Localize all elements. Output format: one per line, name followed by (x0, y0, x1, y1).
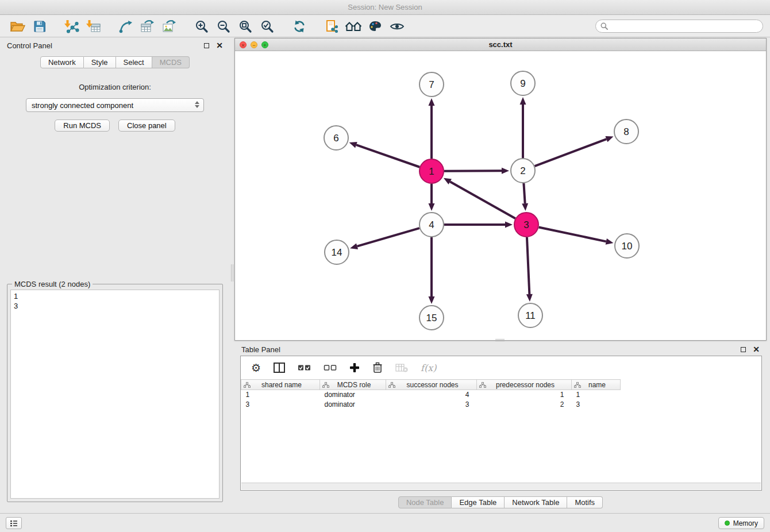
network-window-title: scc.txt (488, 40, 512, 49)
delete-column-trash-icon[interactable] (372, 362, 383, 373)
tab-motifs[interactable]: Motifs (567, 496, 603, 508)
refresh-layout-icon[interactable] (288, 17, 310, 36)
column-hierarchy-icon (322, 382, 329, 388)
graph-node-label: 14 (332, 247, 342, 258)
add-column-plus-icon[interactable] (349, 363, 360, 373)
zoom-fit-icon[interactable] (234, 17, 256, 36)
status-bar: Memory (0, 513, 770, 532)
close-panel-button[interactable]: Close panel (118, 119, 175, 132)
table-row[interactable]: 3dominator323 (241, 400, 621, 410)
maximize-window-icon[interactable]: + (261, 41, 268, 48)
zoom-selected-icon[interactable] (256, 17, 278, 36)
network-window-titlebar[interactable]: × − + scc.txt (235, 38, 766, 51)
network-canvas[interactable]: 7968124314101511 (235, 51, 766, 340)
graph-edge-arrow (429, 203, 435, 211)
show-hide-eye-icon[interactable] (386, 17, 408, 36)
tab-network-table[interactable]: Network Table (505, 496, 567, 508)
table-panel: Table Panel ✕ ⚙ (234, 342, 767, 510)
graph-node-label: 2 (520, 165, 525, 176)
graph-edge-3-11[interactable] (527, 237, 529, 294)
graph-edge-arrow (505, 222, 513, 228)
search-input[interactable] (611, 22, 758, 30)
tab-mcds[interactable]: MCDS (152, 56, 190, 68)
zoom-out-icon[interactable] (213, 17, 234, 36)
control-panel-tabs: NetworkStyleSelectMCDS (0, 56, 230, 68)
column-header-name[interactable]: name (572, 380, 621, 390)
panel-menu-button[interactable] (6, 517, 22, 529)
zoom-in-icon[interactable] (191, 17, 213, 36)
table-settings-gear-icon[interactable]: ⚙ (251, 363, 261, 373)
column-header-shared-name[interactable]: shared name (241, 380, 320, 390)
tab-network[interactable]: Network (40, 56, 84, 68)
select-all-icon[interactable] (298, 364, 311, 372)
save-session-icon[interactable] (29, 17, 51, 36)
network-view-window: × − + scc.txt 7968124314101511 (234, 38, 767, 341)
control-panel: Control Panel ✕ NetworkStyleSelectMCDS O… (0, 38, 230, 510)
graph-edge-arrow (350, 243, 358, 249)
graph-node-label: 6 (333, 133, 338, 144)
vertical-splitter-handle[interactable] (231, 264, 233, 282)
paint-style-icon[interactable] (364, 17, 386, 36)
close-panel-icon[interactable]: ✕ (216, 41, 223, 49)
column-hierarchy-icon (479, 382, 486, 388)
column-hierarchy-icon (388, 382, 395, 388)
criterion-value: strongly connected component (32, 101, 133, 110)
run-mcds-button[interactable]: Run MCDS (55, 119, 110, 132)
search-field[interactable] (595, 20, 763, 33)
float-table-panel-icon[interactable] (741, 347, 746, 352)
mcds-result-fieldset: MCDS result (2 nodes) 13 (7, 284, 223, 502)
table-panel-title: Table Panel (241, 345, 280, 354)
list-menu-icon (10, 520, 18, 527)
graph-node-label: 11 (525, 310, 536, 321)
import-table-icon[interactable] (83, 17, 105, 36)
table-hscrollbar[interactable] (241, 483, 761, 489)
graph-edge-4-14[interactable] (357, 228, 419, 246)
app-titlebar: Session: New Session (0, 0, 770, 15)
graph-edge-3-1[interactable] (450, 182, 515, 218)
horizontal-splitter-handle[interactable] (495, 339, 505, 341)
tab-node-table[interactable]: Node Table (398, 496, 452, 508)
open-session-icon[interactable] (7, 17, 29, 36)
tab-select[interactable]: Select (116, 56, 152, 68)
graph-edge-arrow (526, 294, 533, 302)
mcds-result-line: 3 (14, 301, 216, 311)
graph-edge-2-3[interactable] (523, 183, 525, 203)
graph-edge-2-8[interactable] (535, 139, 607, 166)
table-row[interactable]: 1dominator411 (241, 390, 621, 400)
column-header-predecessor-nodes[interactable]: predecessor nodes (477, 380, 572, 390)
minimize-window-icon[interactable]: − (251, 41, 257, 48)
show-columns-icon[interactable] (274, 363, 285, 373)
unselect-all-icon[interactable] (324, 364, 337, 372)
export-network-icon[interactable] (115, 17, 137, 36)
graph-node-label: 4 (429, 219, 434, 230)
graph-edge-1-2[interactable] (444, 171, 502, 171)
graph-edge-3-10[interactable] (539, 228, 606, 242)
criterion-dropdown[interactable]: strongly connected component (26, 98, 204, 112)
tab-style[interactable]: Style (84, 56, 116, 68)
graph-node-label: 9 (520, 78, 525, 89)
tab-edge-table[interactable]: Edge Table (452, 496, 505, 508)
home-views-icon[interactable] (342, 17, 364, 36)
mcds-result-list[interactable]: 13 (10, 290, 220, 499)
graph-node-label: 1 (429, 166, 434, 177)
column-header-mcds-role[interactable]: MCDS role (320, 380, 386, 390)
export-image-icon[interactable] (159, 17, 180, 36)
graph-edge-arrow (605, 136, 613, 142)
graph-edge-arrow (502, 168, 509, 174)
graph-edge-1-6[interactable] (356, 145, 419, 167)
graph-node-label: 8 (623, 126, 629, 137)
main-toolbar (0, 16, 770, 37)
memory-button[interactable]: Memory (718, 517, 764, 529)
graph-edge-arrow (522, 203, 528, 211)
import-network-icon[interactable] (61, 17, 83, 36)
apply-layout-icon[interactable] (321, 17, 342, 36)
search-icon (600, 22, 608, 30)
network-graph: 7968124314101511 (235, 51, 766, 340)
graph-node-label: 7 (429, 79, 434, 90)
float-panel-icon[interactable] (204, 43, 209, 48)
close-window-icon[interactable]: × (240, 41, 247, 48)
graph-edge-arrow (606, 238, 614, 245)
close-table-panel-icon[interactable]: ✕ (753, 345, 760, 353)
column-header-successor-nodes[interactable]: successor nodes (386, 380, 477, 390)
export-table-icon[interactable] (137, 17, 159, 36)
